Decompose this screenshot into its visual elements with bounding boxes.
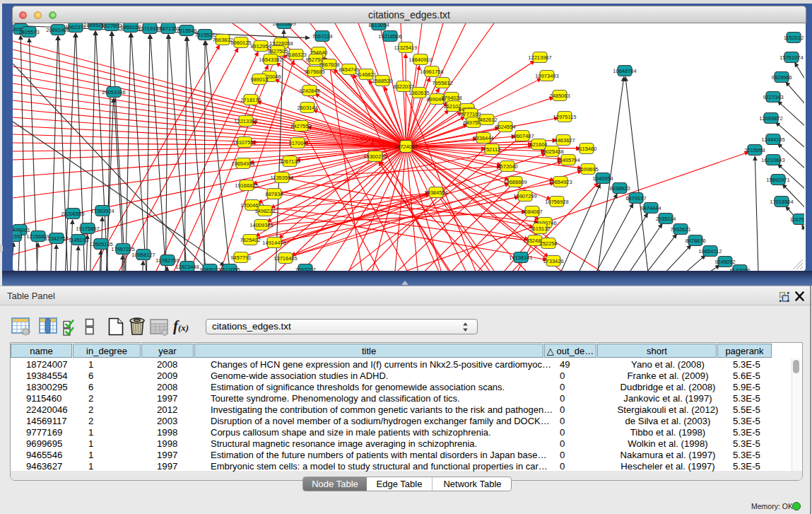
svg-text:13716485: 13716485 [273, 255, 297, 262]
svg-text:7857224: 7857224 [312, 33, 332, 40]
svg-text:1362635: 1362635 [408, 90, 429, 96]
svg-text:7955812: 7955812 [432, 80, 452, 86]
svg-text:1588520: 1588520 [372, 78, 392, 84]
svg-text:4572040: 4572040 [497, 163, 517, 170]
svg-text:12093872: 12093872 [759, 115, 782, 122]
svg-text:17353924: 17353924 [90, 208, 114, 214]
svg-text:12213389: 12213389 [234, 118, 257, 124]
svg-text:2718176: 2718176 [240, 97, 261, 103]
svg-text:16961758: 16961758 [420, 69, 443, 75]
svg-text:1167533: 1167533 [790, 216, 804, 223]
svg-text:18640910: 18640910 [408, 57, 432, 63]
svg-text:2867608: 2867608 [319, 62, 339, 68]
svg-text:15300275: 15300275 [363, 153, 387, 160]
svg-text:10654112: 10654112 [699, 248, 722, 255]
svg-text:15692971: 15692971 [766, 177, 789, 183]
svg-text:989013: 989013 [250, 76, 268, 83]
svg-text:10607487: 10607487 [510, 133, 534, 139]
svg-text:3267130: 3267130 [279, 158, 300, 165]
svg-text:15751074: 15751074 [779, 54, 803, 61]
svg-text:1527602: 1527602 [101, 23, 122, 29]
svg-text:1152012: 1152012 [784, 35, 804, 41]
svg-text:14463627: 14463627 [551, 137, 575, 144]
svg-text:1962371: 1962371 [65, 24, 86, 30]
svg-text:16543382: 16543382 [259, 57, 282, 63]
svg-text:2405573: 2405573 [18, 29, 39, 35]
svg-text:621604: 621604 [529, 141, 547, 148]
svg-text:7462612: 7462612 [476, 117, 497, 123]
svg-text:9827505: 9827505 [267, 48, 288, 54]
svg-text:19654923: 19654923 [548, 179, 572, 185]
svg-text:11325419: 11325419 [394, 45, 418, 51]
svg-text:10756928: 10756928 [545, 199, 568, 205]
svg-text:14136141: 14136141 [509, 255, 532, 261]
svg-text:12444195: 12444195 [761, 136, 784, 143]
svg-text:9245052: 9245052 [714, 259, 735, 265]
svg-text:3675685: 3675685 [304, 69, 324, 75]
svg-text:317004: 317004 [288, 140, 306, 146]
svg-text:7663822: 7663822 [212, 37, 233, 43]
svg-text:8133066: 8133066 [729, 267, 750, 271]
svg-text:8478676: 8478676 [685, 238, 705, 244]
svg-text:19218506: 19218506 [378, 33, 401, 40]
svg-text:1498222: 1498222 [254, 208, 275, 214]
svg-text:887834: 887834 [265, 191, 283, 197]
svg-text:14009348: 14009348 [249, 222, 273, 228]
svg-text:391551: 391551 [13, 233, 23, 240]
svg-text:7932621: 7932621 [670, 226, 690, 233]
svg-text:7825402: 7825402 [240, 237, 260, 243]
svg-text:10973493: 10973493 [535, 73, 558, 79]
svg-text:8186323: 8186323 [286, 52, 306, 58]
svg-text:9115460: 9115460 [577, 146, 597, 152]
svg-text:12505135: 12505135 [89, 241, 112, 247]
svg-text:12213967: 12213967 [528, 54, 551, 61]
svg-text:19654933: 19654933 [231, 160, 254, 167]
svg-text:12823448: 12823448 [175, 264, 199, 270]
svg-text:9089012: 9089012 [199, 267, 220, 271]
svg-text:9699695: 9699695 [577, 166, 598, 173]
svg-text:6479197: 6479197 [625, 195, 646, 201]
svg-text:8322037: 8322037 [393, 83, 413, 90]
svg-text:19175857: 19175857 [76, 226, 99, 232]
svg-text:2803144: 2803144 [297, 105, 317, 111]
svg-text:1640954: 1640954 [592, 175, 613, 182]
svg-text:10782759: 10782759 [155, 257, 179, 264]
svg-text:8813054: 8813054 [368, 23, 389, 28]
svg-text:7485063: 7485063 [549, 93, 570, 99]
svg-text:10688609: 10688609 [503, 179, 526, 185]
svg-text:7693207: 7693207 [295, 267, 315, 271]
svg-text:19384554: 19384554 [424, 189, 447, 196]
svg-text:6794028: 6794028 [441, 95, 461, 101]
svg-text:16210643: 16210643 [761, 157, 784, 163]
svg-text:19166825: 19166825 [235, 182, 258, 189]
svg-text:10025438: 10025438 [540, 148, 563, 155]
svg-text:1733426: 1733426 [543, 258, 563, 264]
svg-text:15907299: 15907299 [513, 193, 536, 199]
svg-text:7515546: 7515546 [176, 28, 196, 34]
svg-text:9227343: 9227343 [763, 94, 783, 100]
svg-text:9329966: 9329966 [771, 74, 792, 81]
svg-text:12975115: 12975115 [553, 114, 577, 120]
svg-text:8960125: 8960125 [230, 40, 251, 46]
svg-text:1615132: 1615132 [529, 226, 550, 232]
svg-text:3624554: 3624554 [495, 124, 515, 130]
svg-text:29053346: 29053346 [102, 89, 125, 95]
svg-text:9457791: 9457791 [230, 255, 251, 261]
svg-text:12342757: 12342757 [45, 235, 68, 242]
svg-text:10958127: 10958127 [131, 252, 155, 258]
svg-text:17016504: 17016504 [770, 199, 793, 205]
svg-text:18724007: 18724007 [394, 144, 418, 150]
svg-text:9242848: 9242848 [299, 88, 319, 94]
svg-text:16033809: 16033809 [272, 23, 295, 27]
svg-text:252254: 252254 [539, 240, 557, 247]
svg-text:8427552: 8427552 [290, 123, 311, 129]
svg-text:3215958: 3215958 [744, 147, 765, 153]
svg-text:9146821: 9146821 [355, 71, 376, 78]
svg-text:13495794: 13495794 [556, 157, 579, 163]
svg-text:9084067: 9084067 [522, 209, 542, 215]
svg-text:16107553: 16107553 [233, 139, 256, 146]
svg-text:20206555: 20206555 [61, 211, 84, 217]
svg-text:8938923: 8938923 [609, 185, 630, 192]
svg-text:2336444: 2336444 [473, 135, 493, 141]
svg-text:2935114: 2935114 [656, 216, 676, 222]
